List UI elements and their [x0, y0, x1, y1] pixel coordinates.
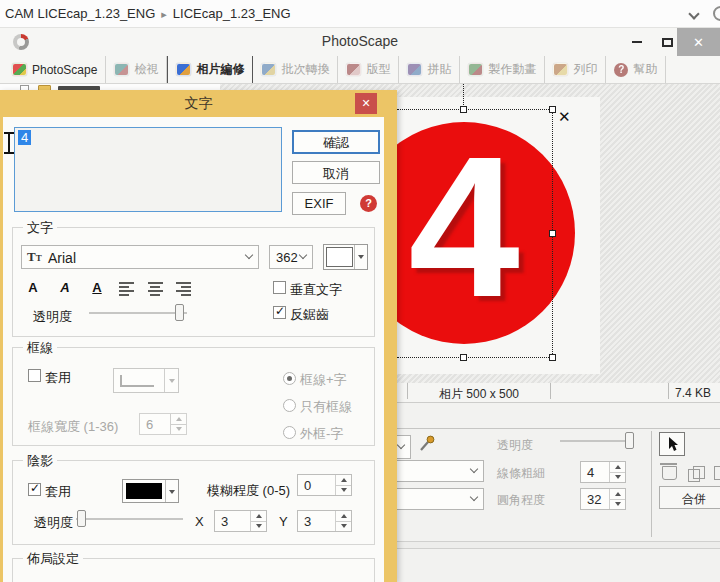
- chevron-down-icon[interactable]: [688, 8, 699, 19]
- color-swatch-white: [326, 247, 353, 267]
- selected-text: 4: [18, 130, 31, 145]
- selection-handle-top-right[interactable]: [549, 106, 556, 113]
- delete-object-icon[interactable]: ✕: [558, 108, 571, 126]
- dropdown-arrow[interactable]: [164, 369, 178, 392]
- cursor-arrow-icon: [666, 436, 679, 452]
- toolbar-item-animated-gif[interactable]: 製作動畫: [460, 56, 545, 83]
- spin-down-icon[interactable]: [336, 485, 351, 496]
- spin-up-icon[interactable]: [610, 462, 625, 472]
- confirm-button[interactable]: 確認: [292, 130, 380, 154]
- italic-button[interactable]: A: [53, 278, 77, 299]
- cancel-button[interactable]: 取消: [292, 161, 380, 184]
- dropdown-arrow[interactable]: [354, 245, 367, 269]
- antialias-checkbox[interactable]: ✓: [273, 306, 286, 319]
- delete-icon[interactable]: [662, 466, 677, 480]
- outline-color-picker[interactable]: [113, 368, 179, 393]
- spin-up-icon[interactable]: [610, 489, 625, 499]
- main-toolbar: PhotoScape 檢視 相片編修 批次轉換 版型 拼貼 製作動畫 列印 ?幫…: [0, 56, 720, 84]
- spin-down-icon[interactable]: [171, 424, 186, 435]
- shadow-apply-checkbox[interactable]: ✓: [28, 483, 41, 496]
- toolbar-item-photo-editor[interactable]: 相片編修: [167, 56, 253, 83]
- outline-mode-radio-outer[interactable]: [283, 426, 296, 439]
- text-opacity-label: 透明度: [33, 308, 72, 326]
- slider-thumb[interactable]: [175, 304, 184, 321]
- toolbar-item-help[interactable]: ?幫助: [606, 56, 666, 83]
- breadcrumb-primary[interactable]: CAM LICEcap_1.23_ENG: [5, 6, 155, 21]
- breadcrumb-secondary[interactable]: LICEcap_1.23_ENG: [173, 6, 291, 21]
- text-input[interactable]: 4: [14, 127, 282, 212]
- toolbar-item-combine[interactable]: 拼貼: [399, 56, 460, 83]
- outline-mode-label-only: 只有框線: [300, 398, 352, 416]
- toolbar-item-photoscape[interactable]: PhotoScape: [4, 56, 106, 83]
- minimize-icon: [632, 41, 642, 43]
- selection-handle-bottom-right[interactable]: [549, 354, 556, 361]
- shadow-x-stepper[interactable]: 3: [214, 510, 267, 532]
- exif-button[interactable]: EXIF: [292, 192, 346, 215]
- underline-button[interactable]: A: [85, 278, 109, 299]
- select-tool-button[interactable]: [659, 432, 685, 456]
- font-family-select[interactable]: TT Arial: [21, 245, 259, 269]
- text-opacity-slider[interactable]: [89, 304, 187, 322]
- close-button[interactable]: ✕: [677, 28, 720, 56]
- outline-apply-checkbox[interactable]: [28, 369, 41, 382]
- bold-button[interactable]: A: [21, 278, 45, 299]
- spin-down-icon[interactable]: [610, 499, 625, 510]
- refresh-icon[interactable]: [713, 6, 720, 21]
- selection-handle-top-center[interactable]: [460, 106, 467, 113]
- dialog-close-button[interactable]: ✕: [355, 93, 377, 114]
- eyedropper-icon[interactable]: [419, 434, 436, 452]
- clipped-icon[interactable]: [714, 466, 720, 480]
- merge-button[interactable]: 合併: [659, 486, 720, 509]
- shadow-y-stepper[interactable]: 3: [297, 510, 352, 532]
- font-size-select[interactable]: 362: [269, 245, 313, 269]
- vertical-text-checkbox[interactable]: [273, 281, 286, 294]
- selection-handle-bottom-center[interactable]: [460, 354, 467, 361]
- slider-thumb[interactable]: [625, 432, 634, 449]
- shadow-color-picker[interactable]: [122, 479, 179, 503]
- panel-separator: [397, 541, 720, 549]
- toolbar-item-print[interactable]: 列印: [545, 56, 606, 83]
- spin-down-icon[interactable]: [336, 521, 351, 532]
- shadow-blur-stepper[interactable]: 0: [297, 474, 352, 496]
- status-divider: [550, 383, 551, 399]
- help-icon[interactable]: ?: [360, 195, 377, 212]
- outline-width-stepper[interactable]: 6: [139, 413, 187, 435]
- spin-up-icon[interactable]: [336, 475, 351, 485]
- toolbar-item-batch-editor[interactable]: 批次轉換: [253, 56, 338, 83]
- panel-divider: [651, 431, 652, 537]
- spin-up-icon[interactable]: [336, 511, 351, 521]
- minimize-button[interactable]: [622, 28, 652, 56]
- status-divider: [407, 383, 408, 399]
- spin-up-icon[interactable]: [171, 414, 186, 424]
- align-right-button[interactable]: [171, 280, 195, 298]
- shadow-settings-group: 陰影 ✓ 套用 模糊程度 (0-5) 0 透明度 X 3: [12, 460, 375, 545]
- shadow-opacity-slider[interactable]: [76, 510, 183, 528]
- opacity-slider[interactable]: [560, 432, 634, 450]
- align-left-button[interactable]: [115, 280, 139, 298]
- slider-thumb[interactable]: [77, 510, 86, 527]
- duplicate-icon[interactable]: [688, 466, 703, 480]
- breadcrumb[interactable]: CAM LICEcap_1.23_ENG▸LICEcap_1.23_ENG: [5, 6, 291, 21]
- group-legend: 佈局設定: [23, 550, 83, 568]
- align-center-button[interactable]: [143, 280, 167, 298]
- shadow-x-label: X: [195, 514, 204, 529]
- toolbar-item-page[interactable]: 版型: [338, 56, 399, 83]
- chevron-down-icon: [470, 465, 478, 473]
- corner-stepper[interactable]: 32: [580, 488, 626, 510]
- editor-canvas[interactable]: 4 ✕: [397, 84, 720, 383]
- outline-mode-radio-only[interactable]: [283, 399, 296, 412]
- toolbar-item-viewer[interactable]: 檢視: [106, 56, 167, 83]
- photoscape-window: CAM LICEcap_1.23_ENG▸LICEcap_1.23_ENG Ph…: [0, 0, 720, 582]
- selection-handle-mid-right[interactable]: [549, 230, 556, 237]
- outline-mode-radio-text[interactable]: [283, 372, 296, 385]
- vertical-text-label: 垂直文字: [290, 281, 342, 299]
- dropdown-arrow[interactable]: [165, 480, 178, 502]
- group-legend: 文字: [23, 219, 57, 237]
- spin-down-icon[interactable]: [610, 472, 625, 483]
- selection-marquee[interactable]: [397, 109, 553, 358]
- line-width-stepper[interactable]: 4: [580, 461, 626, 483]
- print-icon: [553, 63, 568, 76]
- font-color-picker[interactable]: [323, 244, 368, 270]
- spin-down-icon[interactable]: [251, 521, 266, 532]
- spin-up-icon[interactable]: [251, 511, 266, 521]
